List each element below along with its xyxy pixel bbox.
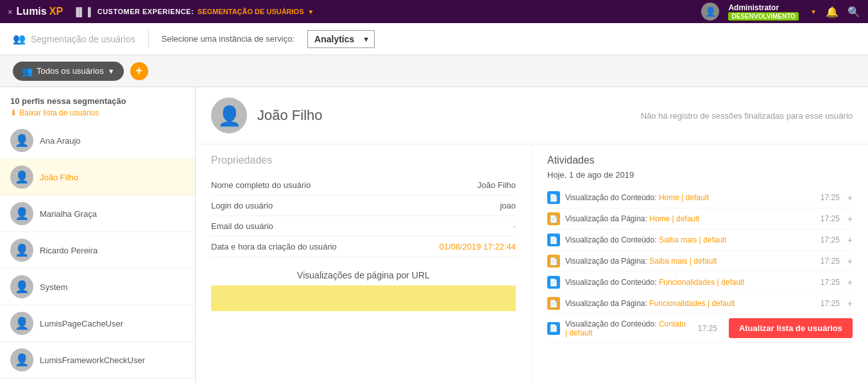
activity-expand-icon[interactable]: + xyxy=(847,256,853,266)
chart-title: Visualizações de página por URL xyxy=(211,270,516,280)
properties-title: Propriedades xyxy=(211,155,516,166)
admin-name: Administrator xyxy=(728,3,799,12)
user-item[interactable]: 👤 João Filho xyxy=(0,159,195,196)
breadcrumb: ▐▌▐ CUSTOMER EXPERIENCE: SEGMENTAÇÃO DE … xyxy=(73,7,314,17)
download-label: Baixar lista de usuários xyxy=(19,108,99,117)
activity-expand-icon[interactable]: + xyxy=(847,277,853,287)
content-area: 👤 João Filho Não há registro de sessões … xyxy=(196,87,868,383)
prop-value: 01/08/2019 17:22:44 xyxy=(439,242,516,251)
user-item[interactable]: 👤 LumisPageCacheUser xyxy=(0,305,195,342)
avatar: 👤 xyxy=(10,129,33,152)
chart-section: Visualizações de página por URL xyxy=(211,270,516,311)
search-icon[interactable]: 🔍 xyxy=(847,6,860,18)
user-name: System xyxy=(40,282,67,292)
activity-item: 📄 Visualização da Página: Funcionalidade… xyxy=(547,293,853,314)
user-full-name: João Filho xyxy=(257,107,323,124)
users-icon: 👥 xyxy=(13,33,26,45)
prop-label: Nome completo do usuário xyxy=(211,180,311,190)
activity-icon: 📄 xyxy=(547,276,560,289)
activity-text: Visualização da Página: Saiba mais | def… xyxy=(565,257,812,266)
activity-icon: 📄 xyxy=(547,255,560,268)
prop-value: joao xyxy=(500,201,516,210)
user-name: LumisPageCacheUser xyxy=(40,319,123,328)
activity-text: Visualização da Página: Funcionalidades … xyxy=(565,299,812,308)
logo-lumis: Lumis xyxy=(17,6,47,17)
prop-row: Data e hora da criação do usuário 01/08/… xyxy=(211,237,516,257)
activity-time: 17:25 xyxy=(821,299,840,308)
user-item[interactable]: 👤 System xyxy=(0,269,195,305)
user-header: 👤 João Filho Não há registro de sessões … xyxy=(196,87,868,144)
activity-time: 17:25 xyxy=(821,193,840,202)
topbar: × LumisXP ▐▌▐ CUSTOMER EXPERIENCE: SEGME… xyxy=(0,0,868,23)
download-icon: ⬇ xyxy=(10,108,17,117)
activity-expand-icon[interactable]: + xyxy=(847,214,853,224)
segment-button[interactable]: 👥 Todos os usuários ▼ xyxy=(13,62,124,81)
activity-time: 17:25 xyxy=(698,324,717,333)
chart-bars-icon: ▐▌▐ xyxy=(73,7,91,17)
page-title-section: 👥 Segmentação de usuários xyxy=(13,33,135,45)
activity-item: 📄 Visualização do Conteúdo: Saiba mais |… xyxy=(547,230,853,251)
prop-value: - xyxy=(513,221,516,231)
activity-icon: 📄 xyxy=(547,191,560,204)
user-name: Marialha Graça xyxy=(40,209,97,219)
avatar: 👤 xyxy=(10,166,33,189)
user-list: 👤 Ana Araujo 👤 João Filho 👤 Marialha Gra… xyxy=(0,123,195,383)
logo: × LumisXP xyxy=(8,6,63,17)
prop-label: Email do usuário xyxy=(211,221,273,231)
admin-env-badge: DESENVOLVIMENTO xyxy=(728,12,799,21)
main: 10 perfis nessa segmentação ⬇ Baixar lis… xyxy=(0,87,868,383)
avatar: 👤 xyxy=(10,348,33,371)
page-name: SEGMENTAÇÃO DE USUÁRIOS xyxy=(198,8,303,15)
activity-link[interactable]: Saiba mais | default xyxy=(649,257,717,266)
admin-avatar[interactable]: 👤 xyxy=(701,3,719,21)
service-select-wrapper[interactable]: Analytics Default Custom xyxy=(307,30,375,48)
activity-time: 17:25 xyxy=(821,214,840,223)
segment-chevron-icon: ▼ xyxy=(108,67,115,75)
user-item[interactable]: 👤 Ricardo Pereira xyxy=(0,232,195,269)
user-name: João Filho xyxy=(40,173,78,182)
activity-item: 📄 Visualização da Página: Home | default… xyxy=(547,209,853,230)
service-select[interactable]: Analytics Default Custom xyxy=(307,30,375,48)
activity-link[interactable]: Saiba mais | default xyxy=(659,235,726,244)
avatar: 👤 xyxy=(10,275,33,298)
avatar: 👤 xyxy=(10,202,33,225)
activity-expand-icon[interactable]: + xyxy=(847,298,853,309)
activity-text: Visualização do Conteúdo: Funcionalidade… xyxy=(565,278,812,287)
chart-bar xyxy=(211,285,516,311)
download-link[interactable]: ⬇ Baixar lista de usuários xyxy=(10,108,185,117)
activity-item: 📄 Visualização da Página: Saiba mais | d… xyxy=(547,251,853,272)
update-users-button[interactable]: Atualizar lista de usuários xyxy=(729,318,853,338)
activity-link[interactable]: Funcionalidades | default xyxy=(659,278,744,287)
sidebar: 10 perfis nessa segmentação ⬇ Baixar lis… xyxy=(0,87,196,383)
properties-panel: Propriedades Nome completo do usuário Jo… xyxy=(196,144,532,383)
bell-icon[interactable]: 🔔 xyxy=(826,6,838,18)
toolbar: 👥 Todos os usuários ▼ + xyxy=(0,55,868,87)
activity-prefix: Visualização da Página: xyxy=(565,214,647,223)
activity-prefix: Visualização do Conteúdo: xyxy=(565,235,657,244)
no-session-text: Não há registro de sessões finalizadas p… xyxy=(641,111,853,121)
activity-item: 📄 Visualização do Conteúdo: Home | defau… xyxy=(547,187,853,209)
admin-info: Administrator DESENVOLVIMENTO xyxy=(728,3,799,21)
activity-link[interactable]: Funcionalidades | default xyxy=(649,299,735,308)
prop-value: João Filho xyxy=(477,180,516,190)
cx-label: CUSTOMER EXPERIENCE: xyxy=(98,8,194,15)
activity-icon: 📄 xyxy=(547,297,560,310)
breadcrumb-chevron-icon[interactable]: ▼ xyxy=(308,8,314,15)
activity-time: 17:25 xyxy=(821,235,840,244)
activity-icon: 📄 xyxy=(547,322,560,335)
activities-date: Hoje, 1 de ago de 2019 xyxy=(547,170,853,180)
admin-chevron-icon[interactable]: ▼ xyxy=(810,8,817,15)
activity-time: 17:25 xyxy=(821,257,840,266)
activity-link[interactable]: Home | default xyxy=(659,193,709,202)
avatar: 👤 xyxy=(10,239,33,262)
activity-expand-icon[interactable]: + xyxy=(847,235,853,245)
activity-item: 📄 Visualização do Conteúdo: Contato | de… xyxy=(547,314,853,343)
user-item[interactable]: 👤 Ana Araujo xyxy=(0,123,195,159)
activity-link[interactable]: Home | default xyxy=(649,214,699,223)
user-item[interactable]: 👤 Marialha Graça xyxy=(0,196,195,232)
activity-prefix: Visualização da Página: xyxy=(565,257,647,266)
user-item[interactable]: 👤 LumisFrameworkCheckUser xyxy=(0,342,195,379)
activity-expand-icon[interactable]: + xyxy=(847,192,853,203)
avatar: 👤 xyxy=(10,312,33,335)
add-segment-button[interactable]: + xyxy=(130,62,148,80)
